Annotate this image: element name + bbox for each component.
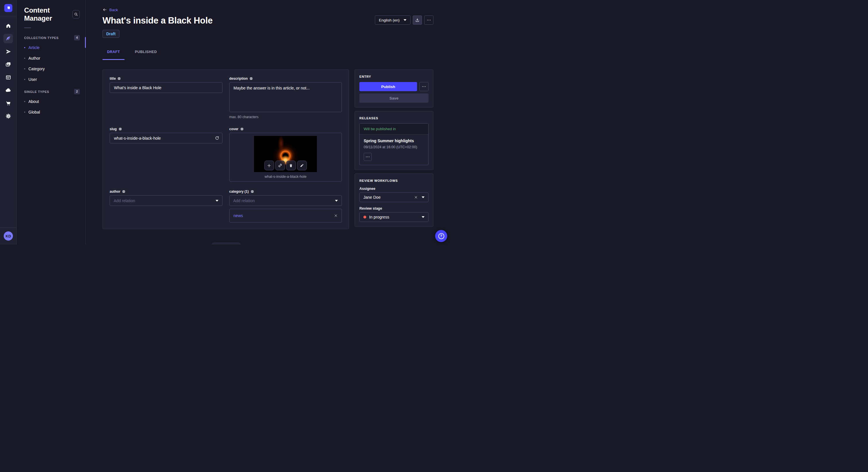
bullet-icon: [24, 58, 25, 59]
chevron-down-icon: [216, 200, 218, 202]
relation-link[interactable]: news: [234, 213, 243, 218]
content-manager-icon[interactable]: [3, 34, 13, 43]
globe-i18n-icon: [251, 190, 254, 193]
field-title: title: [110, 76, 222, 93]
field-description: description Maybe the answer is in this …: [229, 76, 342, 119]
release-name: Spring Summer highlights: [364, 138, 424, 143]
edit-media-button[interactable]: [297, 161, 307, 170]
category-field-label: category (1): [229, 190, 249, 194]
status-badge: Draft: [102, 30, 119, 38]
content-type-builder-icon[interactable]: [3, 72, 13, 82]
subnav-divider: [24, 28, 31, 28]
bullet-icon: [24, 101, 25, 102]
release-date: 09/11/2024 at 16:00 (UTC+02:00): [364, 145, 424, 149]
review-panel-title: REVIEW WORKFLOWS: [360, 179, 429, 182]
locale-select[interactable]: English (en): [375, 15, 410, 25]
clear-assignee-icon[interactable]: [414, 196, 417, 199]
entry-more-button[interactable]: [420, 82, 429, 91]
slug-field-label: slug: [110, 127, 117, 131]
back-button[interactable]: Back: [102, 0, 118, 12]
deploy-cloud-icon[interactable]: [3, 86, 13, 95]
tab-published[interactable]: PUBLISHED: [130, 47, 162, 57]
field-category: category (1) Add relation: [229, 190, 342, 223]
user-avatar[interactable]: KD: [4, 231, 13, 241]
settings-gear-icon[interactable]: [3, 111, 13, 121]
rail-divider: [0, 16, 17, 16]
regenerate-slug-button[interactable]: [215, 136, 219, 140]
chevron-down-icon: [404, 19, 406, 21]
globe-i18n-icon: [117, 77, 121, 80]
more-icon: [366, 157, 370, 158]
assignee-label: Assignee: [360, 187, 429, 191]
author-placeholder: Add relation: [114, 198, 216, 203]
content-manager-subnav: Content Manager COLLECTION TYPES 4 Artic…: [17, 0, 86, 245]
more-icon: [427, 20, 431, 21]
bullet-icon: [24, 47, 25, 48]
export-button[interactable]: [413, 15, 422, 25]
strapi-logo[interactable]: [4, 4, 12, 12]
release-status-banner: Will be published in: [360, 124, 428, 134]
title-input[interactable]: [110, 82, 222, 93]
save-button[interactable]: Save: [360, 94, 429, 103]
sidebar-item-label: Category: [28, 67, 45, 71]
sidebar-item-label: About: [28, 99, 39, 104]
plus-icon: [267, 164, 271, 168]
globe-i18n-icon: [119, 127, 122, 131]
sidebar-item-user[interactable]: User: [24, 75, 80, 84]
review-stage-select[interactable]: In progress: [360, 212, 429, 222]
category-relation-select[interactable]: Add relation: [229, 195, 342, 206]
description-field-label: description: [229, 76, 248, 80]
help-button[interactable]: ?: [435, 230, 447, 242]
release-more-button[interactable]: [364, 153, 372, 161]
delete-media-button[interactable]: [286, 161, 296, 170]
relation-item-news: news: [229, 209, 342, 222]
assignee-select[interactable]: Jane Doe: [360, 193, 429, 202]
main-content: Back What's inside a Black Hole Draft En…: [86, 0, 450, 245]
subnav-title: Content Manager: [24, 6, 72, 22]
bullet-icon: [24, 68, 25, 69]
sidebar-item-global[interactable]: Global: [24, 108, 80, 116]
search-button[interactable]: [72, 10, 80, 19]
field-author: author Add relation: [110, 190, 222, 206]
add-media-button[interactable]: [265, 161, 274, 170]
download-icon: [415, 18, 420, 22]
copy-link-button[interactable]: [275, 161, 285, 170]
releases-panel-title: RELEASES: [360, 116, 429, 120]
stage-value: In progress: [369, 215, 422, 220]
media-library-icon[interactable]: [3, 60, 13, 69]
entry-form-card: title description: [102, 69, 349, 229]
header-more-button[interactable]: [424, 15, 433, 25]
publish-button[interactable]: Publish: [360, 82, 417, 91]
author-relation-select[interactable]: Add relation: [110, 195, 222, 206]
entry-panel-title: ENTRY: [360, 75, 429, 78]
more-icon: [422, 86, 426, 87]
bullet-icon: [24, 111, 25, 113]
tab-draft[interactable]: DRAFT: [102, 47, 125, 57]
chevron-down-icon: [422, 216, 425, 218]
sidebar-item-category[interactable]: Category: [24, 65, 80, 73]
refresh-icon: [215, 136, 219, 140]
assignee-value: Jane Doe: [363, 195, 414, 200]
slug-input[interactable]: [110, 133, 222, 143]
help-icon: ?: [438, 233, 444, 239]
sidebar-item-label: Author: [28, 56, 40, 61]
sidebar-item-author[interactable]: Author: [24, 54, 80, 63]
back-label: Back: [110, 8, 118, 12]
main-nav-rail: KD: [0, 0, 17, 245]
strapi-logo-icon: [6, 6, 11, 10]
collection-types-count-badge: 4: [74, 35, 80, 40]
home-icon[interactable]: [3, 21, 13, 30]
bullet-icon: [24, 79, 25, 80]
single-types-count-badge: 2: [74, 89, 80, 94]
marketplace-cart-icon[interactable]: [3, 98, 13, 108]
field-slug: slug: [110, 127, 222, 143]
remove-relation-icon[interactable]: [334, 214, 338, 217]
next-section-peek: [211, 242, 241, 245]
sidebar-item-article[interactable]: Article: [24, 43, 80, 52]
sidebar-item-about[interactable]: About: [24, 97, 80, 106]
description-textarea[interactable]: Maybe the answer is in this article, or …: [229, 82, 342, 112]
releases-icon[interactable]: [3, 47, 13, 56]
right-sidebar: ENTRY Publish Save RELEASES Will be publ…: [354, 69, 433, 229]
globe-i18n-icon: [240, 127, 244, 131]
globe-i18n-icon: [122, 190, 125, 193]
